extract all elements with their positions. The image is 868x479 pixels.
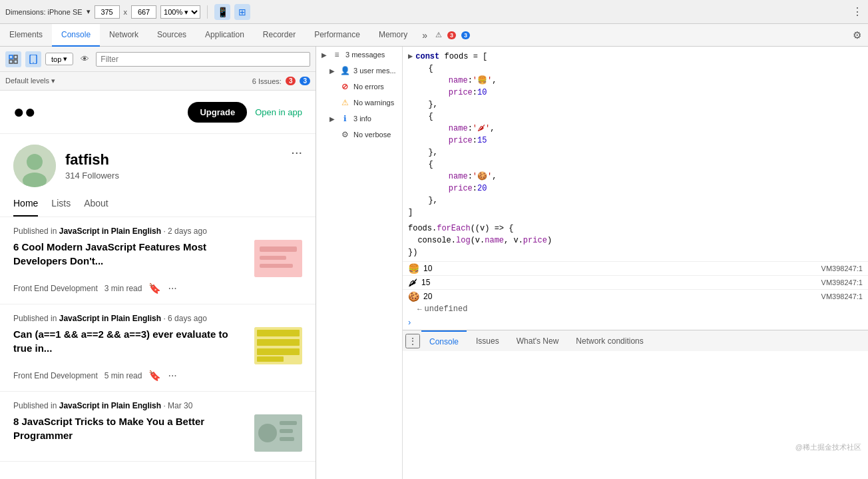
- bottom-tab-console[interactable]: Console: [421, 330, 467, 352]
- width-input[interactable]: [95, 5, 120, 19]
- responsive-btn[interactable]: ⊞: [234, 4, 250, 20]
- code-line-9: },: [408, 147, 863, 159]
- zoom-select[interactable]: 100% ▾: [160, 5, 200, 19]
- article-2-more-btn[interactable]: ···: [168, 370, 176, 382]
- sidebar-messages[interactable]: ▶ ≡ 3 messages: [316, 47, 402, 63]
- collapse-arrow-icon: ←: [417, 305, 422, 313]
- gear-icon: ⚙: [340, 130, 349, 139]
- article-1-more-btn[interactable]: ···: [168, 282, 176, 294]
- console-sidebar: ▶ ≡ 3 messages ▶ 👤 3 user mes... ⊘ No er…: [316, 47, 403, 479]
- info-circle-icon: ℹ: [340, 114, 349, 123]
- no-warnings-label: No warnings: [353, 99, 394, 107]
- info-expand-icon: ▶: [329, 115, 336, 123]
- result-3-emoji: 🍪: [408, 291, 419, 302]
- open-app-btn[interactable]: Open in app: [255, 107, 302, 117]
- tab-recorder[interactable]: Recorder: [254, 24, 305, 47]
- toolbar-separator: [207, 5, 208, 19]
- settings-icon[interactable]: ⚙: [846, 24, 868, 47]
- article-2-title[interactable]: Can (a==1 && a==2 && a==3) ever evaluate…: [13, 327, 246, 355]
- messages-label: 3 messages: [345, 51, 385, 59]
- no-errors-label: No errors: [353, 83, 384, 91]
- medium-logo: ●●: [13, 101, 36, 123]
- article-2-bookmark[interactable]: 🔖: [148, 370, 161, 382]
- sidebar-no-warnings[interactable]: ⚠ No warnings: [316, 95, 402, 111]
- profile-more-btn[interactable]: ···: [291, 145, 302, 160]
- tab-elements[interactable]: Elements: [0, 24, 52, 47]
- code-line-6: {: [408, 111, 863, 123]
- code-line-7: name: '🌶',: [408, 123, 863, 135]
- tab-memory[interactable]: Memory: [369, 24, 417, 47]
- result-1-value: 10: [423, 264, 432, 273]
- article-1-bookmark[interactable]: 🔖: [148, 282, 161, 294]
- tab-network[interactable]: Network: [100, 24, 148, 47]
- eye-btn[interactable]: 👁: [77, 52, 92, 67]
- article-2-pub: Published in JavaScript in Plain English…: [13, 314, 302, 323]
- svg-point-7: [27, 154, 43, 170]
- bottom-tab-whats-new[interactable]: What's New: [509, 330, 567, 352]
- x-separator: x: [124, 8, 128, 16]
- result-2-file[interactable]: VM398247:1: [821, 278, 863, 286]
- tab-sources[interactable]: Sources: [148, 24, 196, 47]
- user-messages-expand-icon: ▶: [329, 67, 336, 75]
- nav-item-home[interactable]: Home: [13, 198, 38, 217]
- result-3-value: 20: [423, 292, 432, 301]
- sidebar-info[interactable]: ▶ ℹ 3 info: [316, 111, 402, 127]
- devtools-tabs: Elements Console Network Sources Applica…: [0, 24, 868, 47]
- scroll-top-btn[interactable]: top ▾: [45, 53, 73, 65]
- upgrade-btn[interactable]: Upgrade: [188, 102, 247, 123]
- messages-expand-icon: ▶: [322, 51, 328, 59]
- result-1-file[interactable]: VM398247:1: [821, 264, 863, 272]
- dim-dropdown-icon[interactable]: ▾: [87, 7, 91, 16]
- bottom-tab-issues[interactable]: Issues: [468, 330, 507, 352]
- tab-application[interactable]: Application: [196, 24, 254, 47]
- toolbar-more-icon[interactable]: ⋮: [852, 5, 863, 18]
- svg-rect-21: [280, 429, 293, 433]
- result-3-file[interactable]: VM398247:1: [821, 292, 863, 300]
- svg-rect-1: [14, 55, 17, 59]
- filter-toolbar: Default levels ▾ 6 Issues: 3 3: [0, 72, 316, 91]
- article-2-meta: Front End Development 5 min read 🔖 ···: [13, 370, 302, 382]
- code-line-10: {: [408, 159, 863, 171]
- svg-rect-20: [280, 421, 297, 425]
- svg-rect-11: [260, 256, 286, 260]
- svg-rect-22: [280, 437, 294, 441]
- code-line-5: },: [408, 99, 863, 111]
- code-expand-icon[interactable]: ▶: [408, 51, 413, 63]
- article-1-title[interactable]: 6 Cool Modern JavaScript Features Most D…: [13, 240, 246, 268]
- main-toolbar: Dimensions: iPhone SE ▾ x 100% ▾ 📱 ⊞ ⋮: [0, 0, 868, 24]
- code-line-1: ▶ const foods = [: [408, 51, 863, 63]
- filter-input[interactable]: [96, 52, 310, 67]
- tab-more-icon[interactable]: »: [417, 24, 433, 47]
- code-line-8: price: 15: [408, 135, 863, 147]
- default-levels-btn[interactable]: Default levels ▾: [5, 77, 55, 85]
- blog-content: ●● Upgrade Open in app fatfish 314 Follo…: [0, 91, 316, 479]
- bottom-tab-network-conditions[interactable]: Network conditions: [568, 330, 651, 352]
- nav-item-lists[interactable]: Lists: [51, 198, 71, 217]
- article-1-meta: Front End Development 3 min read 🔖 ···: [13, 282, 302, 294]
- code-line-4: price: 10: [408, 87, 863, 99]
- device-btn[interactable]: [25, 51, 41, 67]
- inspect-btn[interactable]: [5, 51, 21, 67]
- error-circle-icon: ⊘: [340, 82, 349, 91]
- blog-header: ●● Upgrade Open in app: [0, 91, 316, 134]
- tab-performance[interactable]: Performance: [305, 24, 369, 47]
- sidebar-user-messages[interactable]: ▶ 👤 3 user mes...: [316, 63, 402, 79]
- mobile-topbar: top ▾ 👁: [0, 47, 316, 72]
- console-input[interactable]: [413, 316, 863, 327]
- sidebar-no-errors[interactable]: ⊘ No errors: [316, 79, 402, 95]
- mobile-toggle-btn[interactable]: 📱: [214, 4, 230, 20]
- bottom-menu-icon[interactable]: ⋮: [405, 334, 420, 348]
- height-input[interactable]: [131, 5, 156, 19]
- avatar: [13, 145, 56, 187]
- article-3-title[interactable]: 8 JavaScript Tricks to Make You a Better…: [13, 414, 246, 442]
- sidebar-no-verbose[interactable]: ⚙ No verbose: [316, 127, 402, 143]
- tab-console[interactable]: Console: [52, 24, 100, 47]
- profile-section: fatfish 314 Followers ···: [0, 134, 316, 193]
- issues-blue-badge: 3: [300, 77, 310, 85]
- article-1-readtime: 3 min read: [105, 284, 142, 293]
- info-label: 3 info: [353, 115, 371, 123]
- article-3-pub: Published in JavaScript in Plain English…: [13, 401, 302, 410]
- console-wrapper: ▶ const foods = [ { name: '🍔',: [403, 47, 868, 479]
- article-1-thumb: [254, 240, 302, 277]
- nav-item-about[interactable]: About: [84, 198, 108, 217]
